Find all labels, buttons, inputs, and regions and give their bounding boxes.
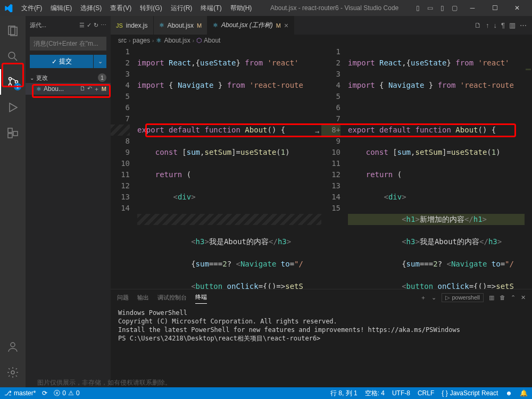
menu-go[interactable]: 转到(G) [136,0,166,16]
commit-dropdown[interactable]: ⌄ [94,55,106,68]
sidebar-title: 源代... [30,21,79,29]
status-encoding[interactable]: UTF-8 [392,389,410,398]
next-change-icon[interactable]: ↓ [494,21,497,29]
editor-area: JS index.js ⚛ About.jsx M ⚛ About.jsx (工… [111,16,532,387]
kill-terminal-icon[interactable]: 🗑 [500,294,505,301]
diff-editor[interactable]: 1234567 891011121314 import React,{useSt… [111,46,532,289]
window-close[interactable]: ✕ [506,0,528,16]
layout-panel-left-icon[interactable]: ▯ [413,2,423,14]
panel-tab-debug[interactable]: 调试控制台 [157,292,187,304]
status-language[interactable]: { } JavaScript React [442,389,498,398]
scm-refresh-icon[interactable]: ↻ [94,22,98,29]
menu-terminal[interactable]: 终端(T) [196,0,226,16]
scm-commit-check-icon[interactable]: ✓ [87,22,92,29]
more-actions-icon[interactable]: ⋯ [520,21,527,29]
activity-settings[interactable] [0,360,26,385]
status-indent[interactable]: 空格: 4 [365,389,385,398]
terminal[interactable]: Windows PowerShell Copyright (C) Microso… [111,305,532,387]
vscode-logo-icon [4,4,13,12]
layout-panel-bottom-icon[interactable]: ▭ [424,2,436,14]
status-feedback[interactable]: ☻ [505,389,512,398]
breadcrumb-src[interactable]: src [118,37,127,44]
svg-point-4 [9,78,12,80]
split-editor-icon[interactable]: ▥ [509,21,516,29]
tab-index-js[interactable]: JS index.js [111,16,154,35]
layout-customize-icon[interactable]: ▢ [448,2,461,14]
window-minimize[interactable]: ─ [462,0,483,16]
tab-modified-badge: M [276,22,281,29]
activity-search[interactable] [0,44,26,69]
panel-tab-output[interactable]: 输出 [137,292,149,304]
status-eol[interactable]: CRLF [418,389,434,398]
panel-tab-problems[interactable]: 问题 [117,292,129,304]
toggle-whitespace-icon[interactable]: ¶ [501,21,505,29]
svg-point-2 [9,52,15,59]
window-title: About.jsx - react-router6 - Visual Studi… [256,4,413,12]
svg-point-11 [11,343,15,347]
new-terminal-icon[interactable]: ＋ [420,294,426,302]
tab-label: index.js [126,22,148,29]
js-file-icon: JS [116,22,123,29]
scm-changes-section[interactable]: ⌄ 更改 1 [26,72,111,83]
window-maximize[interactable]: ☐ [484,0,505,16]
tab-label: About.jsx (工作树) [221,21,273,30]
menu-edit[interactable]: 编辑(E) [46,0,76,16]
code-left: import React,{useState} from 'react' imp… [137,46,321,289]
menu-run[interactable]: 运行(R) [167,0,197,16]
menu-help[interactable]: 帮助(H) [226,0,256,16]
menu-file[interactable]: 文件(F) [17,0,46,16]
diff-original-pane[interactable]: 1234567 891011121314 import React,{useSt… [111,46,321,289]
split-terminal-icon[interactable]: ▥ [489,294,494,301]
layout-panel-right-icon[interactable]: ▯ [437,2,447,14]
breadcrumb-pages[interactable]: pages [132,37,150,44]
close-icon[interactable]: × [284,21,288,30]
new-terminal-dropdown[interactable]: ⌄ [431,294,436,301]
breadcrumb-symbol[interactable]: ⬡ About [196,37,220,44]
scm-changes-label: 更改 [36,74,98,82]
status-branch[interactable]: ⎇ master* [4,389,36,397]
status-problems[interactable]: ⓧ 0 ⚠ 0 [54,389,79,398]
svg-rect-8 [8,128,12,132]
menu-view[interactable]: 查看(V) [106,0,136,16]
go-to-file-icon[interactable]: 🗋 [475,21,481,29]
tab-about-jsx-working[interactable]: ⚛ About.jsx (工作树) M × [207,16,294,35]
tabs: JS index.js ⚛ About.jsx M ⚛ About.jsx (工… [111,16,532,35]
scm-view-tree-icon[interactable]: ☰ [79,22,85,29]
commit-button[interactable]: ✓提交 [30,55,93,68]
react-file-icon: ⚛ [213,22,218,29]
statusbar: ⎇ master* ⟳ ⓧ 0 ⚠ 0 行 8, 列 1 空格: 4 UTF-8… [0,387,532,399]
status-notifications[interactable]: 🔔 [520,389,528,398]
close-panel-icon[interactable]: ✕ [521,294,526,301]
menu-selection[interactable]: 选择(S) [76,0,106,16]
svg-marker-7 [10,103,17,112]
activity-scm[interactable]: 1 [0,69,26,95]
titlebar: 文件(F) 编辑(E) 选择(S) 查看(V) 转到(G) 运行(R) 终端(T… [0,0,532,16]
scm-changes-count: 1 [98,73,106,82]
svg-rect-9 [8,134,12,138]
maximize-panel-icon[interactable]: ⌃ [511,294,516,301]
prev-change-icon[interactable]: ↑ [486,21,489,29]
scm-changed-file[interactable]: ⚛ Abou... 🗋 ↶ ＋ M [26,83,111,95]
breadcrumb-file[interactable]: ⚛ About.jsx [156,37,190,44]
stage-icon[interactable]: ＋ [94,85,99,93]
open-file-icon[interactable]: 🗋 [80,85,86,93]
code-right: import React,{useState} from 'react' imp… [348,46,532,289]
svg-point-12 [11,371,14,374]
diff-modified-pane[interactable]: 12345678+9101112131415 import React,{use… [321,46,532,289]
breadcrumbs[interactable]: src› pages› ⚛ About.jsx› ⬡ About [111,35,532,46]
status-cursor[interactable]: 行 8, 列 1 [330,389,358,398]
discard-icon[interactable]: ↶ [87,85,92,93]
activity-extensions[interactable] [0,120,26,146]
activity-account[interactable] [0,334,26,360]
gutter-left: 1234567 891011121314 [111,46,137,289]
scm-more-icon[interactable]: ⋯ [101,22,106,29]
panel-tab-terminal[interactable]: 终端 [195,291,207,304]
activity-explorer[interactable] [0,18,26,44]
terminal-profile[interactable]: ▷powershell [442,293,484,302]
minimap[interactable] [525,46,532,289]
scm-message-input[interactable]: 消息(Ctrl+Enter 在"m... [30,37,106,51]
status-sync[interactable]: ⟳ [42,389,47,397]
activity-debug[interactable] [0,95,26,120]
tab-about-jsx[interactable]: ⚛ About.jsx M [154,16,208,35]
react-file-icon: ⚛ [159,22,164,29]
